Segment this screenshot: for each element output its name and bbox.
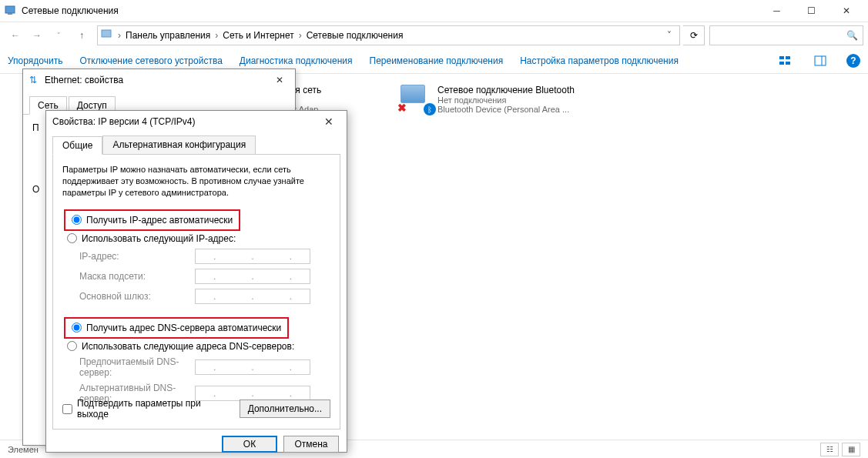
dns-group: Получить адрес DNS-сервера автоматически… (62, 317, 330, 406)
cmd-settings[interactable]: Настройка параметров подключения (520, 55, 679, 66)
cancel-button[interactable]: Отмена (283, 436, 339, 453)
crumb-sep-icon: › (213, 30, 220, 41)
svg-rect-6 (786, 62, 790, 65)
radio-dns-auto-input[interactable] (72, 323, 82, 333)
maximize-button[interactable]: ☐ (794, 0, 829, 22)
crumb-sep-icon: › (297, 30, 303, 41)
close-button[interactable]: ✕ (829, 0, 863, 22)
radio-dns-auto[interactable]: Получить адрес DNS-сервера автоматически (69, 320, 284, 336)
dialog-title: Ethernet: свойства (45, 75, 270, 85)
button-row: ОК Отмена (46, 436, 347, 458)
field-dns1-input[interactable]: ... (195, 359, 310, 375)
checkbox-confirm[interactable]: Подтвердить параметры при выходе (62, 398, 233, 420)
control-panel-icon (101, 28, 113, 42)
radio-ip-auto-input[interactable] (72, 215, 82, 225)
radio-dns-manual[interactable]: Использовать следующие адреса DNS-сервер… (64, 339, 330, 354)
help-icon[interactable]: ? (846, 54, 860, 68)
highlight-box: Получить IP-адрес автоматически (64, 209, 240, 231)
recent-dropdown[interactable]: ˅ (49, 26, 68, 45)
window-title: Сетевые подключения (22, 5, 759, 16)
field-gateway-input[interactable]: ... (195, 289, 310, 304)
back-button[interactable]: ← (6, 26, 25, 45)
status-text: Элемен (8, 445, 39, 454)
checkbox-confirm-label: Подтвердить параметры при выходе (77, 398, 233, 420)
breadcrumb-2[interactable]: Сеть и Интернет (220, 30, 297, 41)
bottom-row: Подтвердить параметры при выходе Дополни… (62, 398, 330, 420)
radio-ip-manual-input[interactable] (67, 233, 77, 243)
disconnected-icon: ✖ (397, 102, 407, 114)
dialog-title: Свойства: IP версии 4 (TCP/IPv4) (52, 116, 317, 127)
connection-icon: ✖ ᛒ (400, 85, 431, 112)
cmd-diagnose[interactable]: Диагностика подключения (240, 55, 353, 66)
tab-general[interactable]: Общие (52, 136, 102, 155)
svg-rect-3 (779, 56, 784, 59)
field-mask-input[interactable]: ... (195, 269, 310, 284)
svg-rect-7 (815, 56, 826, 65)
svg-rect-5 (779, 62, 784, 65)
radio-ip-auto-label: Получить IP-адрес автоматически (86, 215, 233, 226)
tab-alternative[interactable]: Альтернативная конфигурация (102, 135, 256, 154)
dialog-titlebar[interactable]: Свойства: IP версии 4 (TCP/IPv4) ✕ (46, 111, 347, 132)
network-icon: ⇅ (29, 75, 40, 85)
nav-bar: ← → ˅ ↑ › Панель управления › Сеть и Инт… (0, 22, 868, 48)
search-input[interactable] (715, 30, 846, 41)
address-dropdown-icon[interactable]: ˅ (662, 30, 676, 41)
conn-name: Сетевое подключение Bluetooth (437, 85, 575, 95)
radio-ip-manual-label: Использовать следующий IP-адрес: (82, 233, 236, 244)
radio-ip-auto[interactable]: Получить IP-адрес автоматически (69, 212, 236, 228)
checkbox-confirm-input[interactable] (62, 404, 72, 414)
dialog-close-button[interactable]: ✕ (317, 113, 340, 130)
window-titlebar: Сетевые подключения ─ ☐ ✕ (0, 0, 868, 22)
svg-rect-1 (8, 13, 12, 15)
conn-status: Нет подключения (437, 95, 575, 105)
ipv4-properties-dialog: Свойства: IP версии 4 (TCP/IPv4) ✕ Общие… (45, 110, 347, 453)
refresh-button[interactable]: ⟳ (683, 25, 705, 45)
field-mask: Маска подсети: ... (64, 266, 330, 286)
radio-dns-manual-label: Использовать следующие адреса DNS-сервер… (82, 341, 294, 352)
radio-ip-manual[interactable]: Использовать следующий IP-адрес: (64, 231, 330, 246)
dialog-tabs: Общие Альтернативная конфигурация (46, 132, 347, 154)
field-mask-label: Маска подсети: (79, 271, 195, 282)
field-dns1-label: Предпочитаемый DNS-сервер: (79, 356, 195, 378)
advanced-button[interactable]: Дополнительно... (240, 399, 330, 418)
bluetooth-icon: ᛒ (424, 103, 436, 115)
search-box[interactable]: 🔍 (709, 25, 863, 45)
up-button[interactable]: ↑ (72, 26, 91, 45)
cmd-rename[interactable]: Переименование подключения (370, 55, 504, 66)
minimize-button[interactable]: ─ (759, 0, 794, 22)
field-dns1: Предпочитаемый DNS-сервер: ... (64, 354, 330, 380)
address-bar[interactable]: › Панель управления › Сеть и Интернет › … (97, 25, 680, 45)
field-ip-label: IP-адрес: (79, 251, 195, 262)
connection-item-bluetooth[interactable]: ✖ ᛒ Сетевое подключение Bluetooth Нет по… (400, 85, 575, 114)
tab-panel: Параметры IP можно назначать автоматичес… (52, 154, 340, 430)
ok-button[interactable]: ОК (222, 436, 277, 453)
conn-device: Bluetooth Device (Personal Area ... (437, 105, 575, 114)
app-icon (5, 5, 17, 17)
svg-rect-4 (786, 56, 790, 59)
ip-group: Получить IP-адрес автоматически Использо… (62, 209, 330, 306)
dialog-titlebar[interactable]: ⇅ Ethernet: свойства ✕ (23, 69, 295, 91)
search-icon: 🔍 (846, 30, 858, 41)
radio-dns-manual-input[interactable] (67, 341, 77, 351)
breadcrumb-3[interactable]: Сетевые подключения (303, 30, 407, 41)
svg-rect-2 (102, 30, 111, 37)
field-gateway-label: Основной шлюз: (79, 291, 195, 302)
svg-rect-0 (5, 6, 15, 13)
radio-dns-auto-label: Получить адрес DNS-сервера автоматически (86, 323, 281, 333)
field-gateway: Основной шлюз: ... (64, 286, 330, 306)
dialog-close-button[interactable]: ✕ (270, 72, 289, 88)
highlight-box: Получить адрес DNS-сервера автоматически (64, 317, 289, 339)
description-text: Параметры IP можно назначать автоматичес… (62, 164, 330, 199)
cmd-organize[interactable]: Упорядочить (8, 55, 62, 66)
field-ip-input[interactable]: ... (195, 249, 310, 264)
forward-button[interactable]: → (28, 26, 46, 45)
breadcrumb-1[interactable]: Панель управления (122, 30, 213, 41)
view-dropdown-icon[interactable] (776, 52, 794, 70)
preview-pane-icon[interactable] (811, 52, 829, 70)
cmd-disable[interactable]: Отключение сетевого устройства (79, 55, 222, 66)
crumb-sep-icon: › (116, 30, 122, 41)
view-icons-button[interactable]: ▦ (842, 443, 860, 456)
view-details-button[interactable]: ☷ (820, 443, 839, 456)
field-ip: IP-адрес: ... (64, 246, 330, 266)
